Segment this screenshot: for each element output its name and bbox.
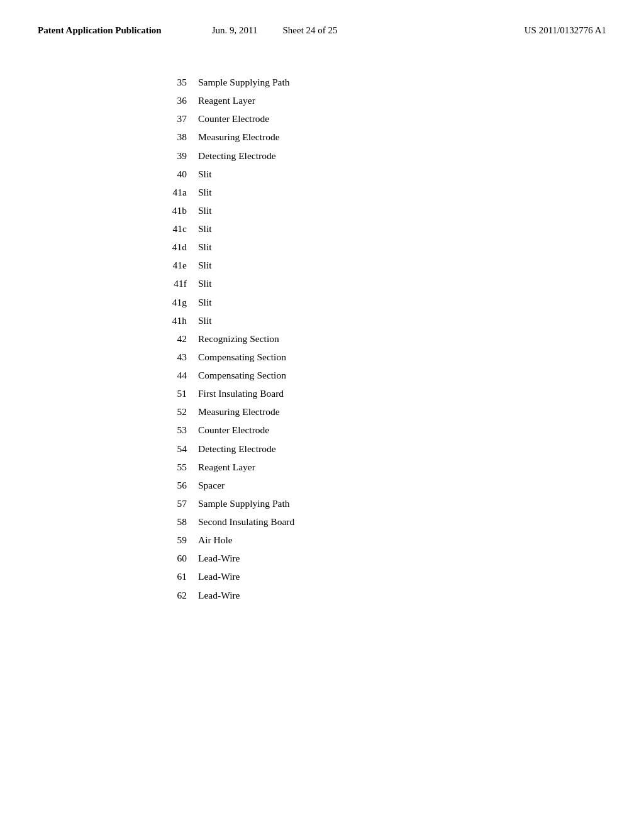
list-item: 52Measuring Electrode bbox=[164, 403, 606, 420]
list-item: 61Lead-Wire bbox=[164, 568, 606, 585]
page-header: Patent Application Publication Jun. 9, 2… bbox=[0, 0, 644, 48]
list-item: 62Lead-Wire bbox=[164, 587, 606, 604]
reference-section: 35Sample Supplying Path36Reagent Layer37… bbox=[0, 48, 644, 630]
ref-number: 41d bbox=[164, 238, 198, 255]
ref-label: Slit bbox=[198, 294, 212, 311]
ref-number: 58 bbox=[164, 513, 198, 530]
ref-label: Slit bbox=[198, 238, 212, 255]
reference-list: 35Sample Supplying Path36Reagent Layer37… bbox=[164, 74, 606, 604]
list-item: 37Counter Electrode bbox=[164, 110, 606, 127]
list-item: 39Detecting Electrode bbox=[164, 147, 606, 164]
list-item: 54Detecting Electrode bbox=[164, 440, 606, 457]
list-item: 41fSlit bbox=[164, 275, 606, 292]
list-item: 56Spacer bbox=[164, 477, 606, 494]
ref-label: Counter Electrode bbox=[198, 421, 269, 438]
ref-number: 60 bbox=[164, 550, 198, 567]
ref-label: Lead-Wire bbox=[198, 587, 240, 604]
ref-number: 53 bbox=[164, 421, 198, 438]
list-item: 41bSlit bbox=[164, 202, 606, 219]
ref-label: Measuring Electrode bbox=[198, 128, 280, 145]
list-item: 60Lead-Wire bbox=[164, 550, 606, 567]
ref-number: 41f bbox=[164, 275, 198, 292]
ref-label: Reagent Layer bbox=[198, 92, 255, 109]
ref-number: 40 bbox=[164, 165, 198, 182]
list-item: 40Slit bbox=[164, 165, 606, 182]
ref-number: 55 bbox=[164, 458, 198, 475]
list-item: 58Second Insulating Board bbox=[164, 513, 606, 530]
ref-number: 36 bbox=[164, 92, 198, 109]
ref-number: 43 bbox=[164, 348, 198, 365]
patent-label: US 2011/0132776 A1 bbox=[525, 25, 606, 36]
ref-label: Counter Electrode bbox=[198, 110, 269, 127]
ref-label: Detecting Electrode bbox=[198, 147, 276, 164]
date-label: Jun. 9, 2011 bbox=[212, 25, 258, 36]
ref-number: 57 bbox=[164, 495, 198, 512]
list-item: 41dSlit bbox=[164, 238, 606, 255]
list-item: 41gSlit bbox=[164, 294, 606, 311]
ref-label: Slit bbox=[198, 312, 212, 329]
ref-label: Detecting Electrode bbox=[198, 440, 276, 457]
ref-number: 41g bbox=[164, 294, 198, 311]
ref-label: Lead-Wire bbox=[198, 550, 240, 567]
ref-number: 42 bbox=[164, 330, 198, 347]
ref-number: 56 bbox=[164, 477, 198, 494]
ref-label: Compensating Section bbox=[198, 348, 286, 365]
list-item: 36Reagent Layer bbox=[164, 92, 606, 109]
ref-number: 54 bbox=[164, 440, 198, 457]
ref-number: 62 bbox=[164, 587, 198, 604]
list-item: 41aSlit bbox=[164, 184, 606, 201]
ref-label: Slit bbox=[198, 202, 212, 219]
ref-label: First Insulating Board bbox=[198, 385, 284, 402]
ref-label: Sample Supplying Path bbox=[198, 495, 290, 512]
list-item: 43Compensating Section bbox=[164, 348, 606, 365]
list-item: 38Measuring Electrode bbox=[164, 128, 606, 145]
list-item: 41cSlit bbox=[164, 220, 606, 237]
ref-label: Measuring Electrode bbox=[198, 403, 280, 420]
ref-label: Compensating Section bbox=[198, 367, 286, 384]
ref-number: 38 bbox=[164, 128, 198, 145]
ref-number: 44 bbox=[164, 367, 198, 384]
ref-label: Slit bbox=[198, 184, 212, 201]
ref-number: 41a bbox=[164, 184, 198, 201]
list-item: 44Compensating Section bbox=[164, 367, 606, 384]
ref-number: 61 bbox=[164, 568, 198, 585]
sheet-label: Sheet 24 of 25 bbox=[282, 25, 337, 36]
ref-number: 35 bbox=[164, 74, 198, 91]
list-item: 55Reagent Layer bbox=[164, 458, 606, 475]
list-item: 35Sample Supplying Path bbox=[164, 74, 606, 91]
ref-number: 41c bbox=[164, 220, 198, 237]
list-item: 59Air Hole bbox=[164, 531, 606, 548]
ref-number: 41e bbox=[164, 257, 198, 274]
list-item: 57Sample Supplying Path bbox=[164, 495, 606, 512]
ref-label: Sample Supplying Path bbox=[198, 74, 290, 91]
list-item: 41hSlit bbox=[164, 312, 606, 329]
list-item: 41eSlit bbox=[164, 257, 606, 274]
ref-label: Slit bbox=[198, 257, 212, 274]
ref-label: Reagent Layer bbox=[198, 458, 255, 475]
ref-number: 39 bbox=[164, 147, 198, 164]
list-item: 42Recognizing Section bbox=[164, 330, 606, 347]
ref-number: 52 bbox=[164, 403, 198, 420]
ref-label: Slit bbox=[198, 220, 212, 237]
ref-number: 41b bbox=[164, 202, 198, 219]
ref-label: Lead-Wire bbox=[198, 568, 240, 585]
list-item: 53Counter Electrode bbox=[164, 421, 606, 438]
ref-label: Spacer bbox=[198, 477, 225, 494]
list-item: 51First Insulating Board bbox=[164, 385, 606, 402]
ref-label: Slit bbox=[198, 275, 212, 292]
ref-number: 37 bbox=[164, 110, 198, 127]
ref-number: 59 bbox=[164, 531, 198, 548]
ref-label: Second Insulating Board bbox=[198, 513, 294, 530]
ref-label: Recognizing Section bbox=[198, 330, 279, 347]
publication-label: Patent Application Publication bbox=[38, 25, 162, 36]
ref-number: 41h bbox=[164, 312, 198, 329]
ref-label: Slit bbox=[198, 165, 212, 182]
ref-label: Air Hole bbox=[198, 531, 233, 548]
ref-number: 51 bbox=[164, 385, 198, 402]
